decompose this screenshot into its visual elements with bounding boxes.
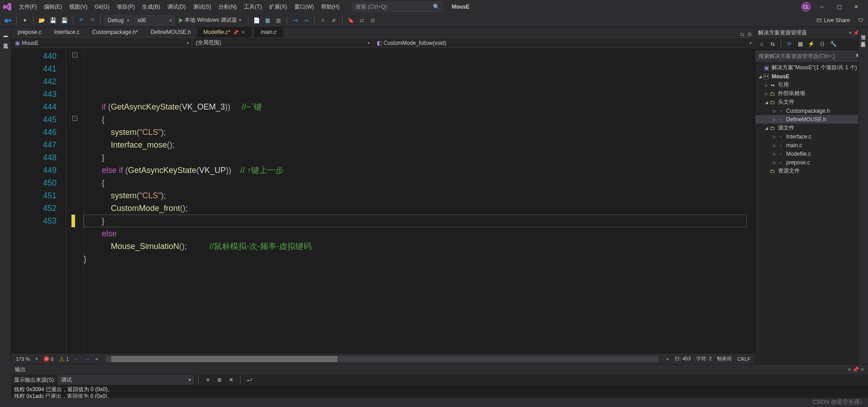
doc-tab-interface[interactable]: Interface.c: [48, 27, 86, 38]
warning-icon[interactable]: ⚠: [59, 355, 65, 363]
error-icon[interactable]: ✕: [43, 356, 49, 362]
server-explorer-tab[interactable]: 服务器资源管理器: [1, 29, 10, 34]
code-editor[interactable]: 4404414424434444454464474484494504514524…: [11, 48, 755, 353]
tb-icon-2[interactable]: ▦: [263, 15, 272, 25]
menu-tools[interactable]: 工具(T): [240, 0, 265, 14]
new-project-button[interactable]: ✦: [20, 15, 29, 25]
undo-button[interactable]: ↶: [77, 15, 86, 25]
menu-view[interactable]: 视图(V): [66, 0, 91, 14]
indent-mode[interactable]: 制表符: [717, 355, 732, 362]
menu-debug[interactable]: 调试(D): [164, 0, 190, 14]
tree-file-label[interactable]: Modefile.c: [786, 151, 811, 157]
extra-icon-1[interactable]: ⇄: [357, 15, 366, 25]
comment-icon[interactable]: ≡: [318, 15, 327, 25]
properties-icon[interactable]: ⚡: [806, 39, 816, 49]
config-combo[interactable]: Debug: [104, 15, 132, 25]
fold-toggle-icon[interactable]: −: [72, 116, 77, 121]
doc-tab-custompackage[interactable]: Custompackage.h*: [86, 27, 144, 38]
menu-build[interactable]: 生成(B): [138, 0, 164, 14]
tree-res-label[interactable]: 资源文件: [778, 167, 800, 175]
nav-next-icon[interactable]: →: [85, 356, 90, 362]
tree-project-label[interactable]: MousE: [772, 73, 789, 80]
menu-project[interactable]: 项目(P): [113, 0, 138, 14]
scrollbar-thumb[interactable]: [111, 356, 337, 362]
solution-search-input[interactable]: 搜索解决方案资源管理器(Ctrl+;) 🔍▾: [755, 51, 868, 62]
save-all-button[interactable]: 💾: [60, 15, 69, 25]
start-debug-button[interactable]: 本地 Windows 调试器▾: [176, 15, 244, 25]
output-text[interactable]: 线程 0x3094 已退出，返回值为 0 (0x0)。线程 0x1adc 已退出…: [11, 385, 868, 398]
step-into-icon[interactable]: ⇥: [291, 15, 300, 25]
window-minimize-button[interactable]: ─: [816, 2, 828, 12]
extra-icon-2[interactable]: ⊞: [368, 15, 377, 25]
tree-refs-label[interactable]: 引用: [778, 81, 789, 89]
collapse-icon[interactable]: ⇆: [768, 39, 777, 49]
output-source-combo[interactable]: 调试: [58, 375, 194, 384]
tree-solution-label[interactable]: 解决方案"MousE"(1 个项目/共 1 个): [772, 64, 857, 72]
menu-help[interactable]: 帮助(H): [318, 0, 343, 14]
doc-tab-definemouse[interactable]: DefineMOUSE.h: [144, 27, 197, 38]
account-avatar[interactable]: CL: [801, 2, 811, 12]
window-close-button[interactable]: ✕: [850, 2, 863, 12]
doc-tab-modefile[interactable]: Modefile.c*📌✕: [197, 27, 251, 38]
live-share-button[interactable]: ⮹ Live Share: [812, 17, 854, 24]
panel-pin-icon[interactable]: 📌: [853, 367, 859, 372]
fold-toggle-icon[interactable]: −: [72, 53, 77, 57]
code-lines[interactable]: if (GetAsyncKeyState(VK_OEM_3)) //~`键 { …: [84, 48, 755, 353]
menu-analyze[interactable]: 分析(N): [215, 0, 241, 14]
nav-prev-icon[interactable]: ←: [74, 356, 79, 362]
home-icon[interactable]: ⌂: [757, 39, 766, 49]
quick-search-input[interactable]: 搜索 (Ctrl+Q) 🔍: [352, 2, 443, 12]
output-clear-icon[interactable]: ✕: [227, 375, 236, 385]
wrench-icon[interactable]: 🔧: [829, 39, 838, 49]
show-all-icon[interactable]: ▦: [796, 39, 805, 49]
pin-icon[interactable]: 📌: [233, 30, 238, 35]
menu-extend[interactable]: 扩展(X): [266, 0, 291, 14]
tree-ext-label[interactable]: 外部依赖项: [778, 90, 805, 97]
panel-dropdown-icon[interactable]: ▾: [848, 367, 851, 372]
window-maximize-button[interactable]: ▢: [833, 2, 845, 12]
window-split-icon[interactable]: ⇆: [740, 31, 745, 38]
menu-git[interactable]: Git(G): [91, 0, 113, 14]
panel-close-icon[interactable]: ✕: [860, 367, 864, 372]
nav-context-combo[interactable]: (全局范围): [192, 38, 373, 48]
tree-file-label[interactable]: Interface.c: [786, 134, 811, 140]
redo-button[interactable]: ↷: [88, 15, 97, 25]
outline-column[interactable]: − −: [66, 48, 84, 353]
close-tab-icon[interactable]: ✕: [241, 29, 245, 35]
tb-icon-1[interactable]: 📄: [252, 15, 261, 25]
tree-file-label[interactable]: Custompackage.h: [786, 108, 830, 114]
menu-edit[interactable]: 编辑(E): [40, 0, 66, 14]
output-icon-2[interactable]: ≣: [215, 375, 224, 385]
platform-combo[interactable]: x86: [134, 15, 175, 25]
nav-member-combo[interactable]: ◧CustomMode_follow(void): [373, 38, 755, 48]
nav-scope-combo[interactable]: ▣MousE: [11, 38, 192, 48]
diagnostics-tab[interactable]: 诊断工具: [859, 34, 868, 42]
open-file-button[interactable]: 📂: [37, 15, 47, 25]
tree-file-label[interactable]: DefineMOUSE.h: [786, 116, 826, 123]
horizontal-scrollbar[interactable]: [106, 356, 658, 362]
save-button[interactable]: 💾: [48, 15, 58, 25]
bookmark-icon[interactable]: 🔖: [346, 15, 356, 25]
doc-tab-prepose[interactable]: prepose.c: [11, 27, 48, 38]
step-over-icon[interactable]: ⤼: [302, 15, 311, 25]
tree-sources-label[interactable]: 源文件: [778, 124, 794, 132]
solution-tree[interactable]: ▣解决方案"MousE"(1 个项目/共 1 个) ◢++MousE ▷▪▪引用…: [755, 62, 868, 364]
output-wrap-icon[interactable]: ⮐: [245, 375, 254, 385]
view-code-icon[interactable]: ⟨⟩: [818, 39, 827, 49]
nav-back-button[interactable]: ◉▾: [3, 15, 13, 25]
panel-dropdown-icon[interactable]: ▾: [849, 30, 852, 35]
uncomment-icon[interactable]: ≢: [329, 15, 338, 25]
tree-headers-label[interactable]: 头文件: [778, 98, 794, 106]
gear-icon[interactable]: ⚙: [747, 31, 752, 38]
zoom-level[interactable]: 173 %: [16, 356, 30, 362]
line-ending[interactable]: CRLF: [737, 356, 750, 362]
menu-file[interactable]: 文件(F): [15, 0, 40, 14]
menu-test[interactable]: 测试(S): [190, 0, 215, 14]
notifications-tab[interactable]: 通知: [859, 27, 868, 34]
toolbox-tab[interactable]: 工具箱: [1, 37, 10, 43]
menu-window[interactable]: 窗口(W): [291, 0, 318, 14]
output-icon-1[interactable]: ≡: [203, 375, 212, 385]
tb-icon-3[interactable]: ▦: [274, 15, 283, 25]
sync-icon[interactable]: ⟳: [785, 39, 794, 49]
admin-icon[interactable]: 🛡: [856, 15, 865, 25]
